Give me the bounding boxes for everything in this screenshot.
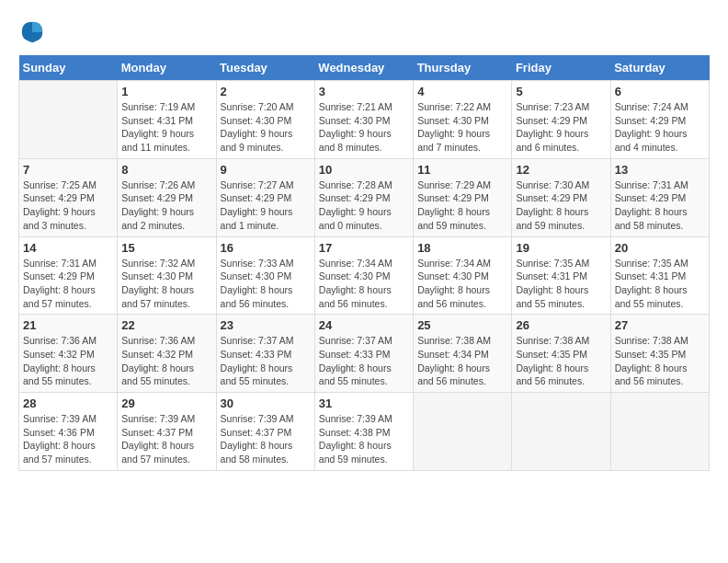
calendar-cell: 3Sunrise: 7:21 AMSunset: 4:30 PMDaylight… [314,81,413,159]
day-number: 30 [221,396,311,410]
day-number: 8 [121,163,211,177]
calendar-cell: 4Sunrise: 7:22 AMSunset: 4:30 PMDaylight… [414,81,512,159]
day-info: Sunrise: 7:22 AMSunset: 4:30 PMDaylight:… [417,100,507,155]
weekday-header-saturday: Saturday [610,55,709,81]
calendar-cell: 29Sunrise: 7:39 AMSunset: 4:37 PMDayligh… [118,393,216,471]
day-number: 17 [319,241,409,255]
day-number: 9 [221,163,311,177]
logo-icon [18,18,46,46]
calendar-cell: 16Sunrise: 7:33 AMSunset: 4:30 PMDayligh… [216,236,314,315]
day-number: 18 [417,241,507,255]
day-number: 11 [417,163,507,177]
calendar-cell: 8Sunrise: 7:26 AMSunset: 4:29 PMDaylight… [118,158,216,236]
day-number: 22 [121,318,211,332]
calendar-cell: 12Sunrise: 7:30 AMSunset: 4:29 PMDayligh… [512,158,610,236]
calendar-cell: 27Sunrise: 7:38 AMSunset: 4:35 PMDayligh… [610,315,709,393]
day-number: 10 [319,163,409,177]
calendar-cell: 22Sunrise: 7:36 AMSunset: 4:32 PMDayligh… [118,315,216,393]
weekday-header-wednesday: Wednesday [314,55,413,81]
day-info: Sunrise: 7:35 AMSunset: 4:31 PMDaylight:… [516,257,606,311]
day-info: Sunrise: 7:25 AMSunset: 4:29 PMDaylight:… [23,178,113,233]
calendar-cell: 19Sunrise: 7:35 AMSunset: 4:31 PMDayligh… [512,236,610,315]
weekday-header-thursday: Thursday [414,55,512,81]
day-number: 24 [319,318,409,332]
day-number: 14 [23,241,113,255]
calendar-cell: 1Sunrise: 7:19 AMSunset: 4:31 PMDaylight… [118,81,216,159]
calendar-week-4: 21Sunrise: 7:36 AMSunset: 4:32 PMDayligh… [19,315,710,393]
calendar-week-5: 28Sunrise: 7:39 AMSunset: 4:36 PMDayligh… [19,393,710,471]
day-info: Sunrise: 7:34 AMSunset: 4:30 PMDaylight:… [319,257,409,311]
calendar-cell: 2Sunrise: 7:20 AMSunset: 4:30 PMDaylight… [216,81,314,159]
calendar-cell [19,81,118,159]
day-info: Sunrise: 7:19 AMSunset: 4:31 PMDaylight:… [121,100,211,155]
day-info: Sunrise: 7:30 AMSunset: 4:29 PMDaylight:… [516,178,606,233]
day-info: Sunrise: 7:28 AMSunset: 4:29 PMDaylight:… [319,178,409,233]
day-info: Sunrise: 7:39 AMSunset: 4:37 PMDaylight:… [221,412,311,466]
day-number: 23 [221,318,311,332]
calendar-cell: 10Sunrise: 7:28 AMSunset: 4:29 PMDayligh… [314,158,413,236]
day-info: Sunrise: 7:20 AMSunset: 4:30 PMDaylight:… [221,100,311,155]
day-info: Sunrise: 7:34 AMSunset: 4:30 PMDaylight:… [417,257,507,311]
day-info: Sunrise: 7:24 AMSunset: 4:29 PMDaylight:… [615,100,705,155]
calendar-cell: 28Sunrise: 7:39 AMSunset: 4:36 PMDayligh… [19,393,118,471]
day-info: Sunrise: 7:27 AMSunset: 4:29 PMDaylight:… [221,178,311,233]
day-number: 7 [23,163,113,177]
calendar-cell: 26Sunrise: 7:38 AMSunset: 4:35 PMDayligh… [512,315,610,393]
weekday-header-sunday: Sunday [19,55,118,81]
calendar-cell: 21Sunrise: 7:36 AMSunset: 4:32 PMDayligh… [19,315,118,393]
day-number: 26 [516,318,606,332]
day-info: Sunrise: 7:21 AMSunset: 4:30 PMDaylight:… [319,100,409,155]
day-number: 16 [221,241,311,255]
weekday-header-monday: Monday [118,55,216,81]
calendar-cell: 24Sunrise: 7:37 AMSunset: 4:33 PMDayligh… [314,315,413,393]
day-number: 19 [516,241,606,255]
day-info: Sunrise: 7:36 AMSunset: 4:32 PMDaylight:… [121,334,211,388]
calendar-cell: 5Sunrise: 7:23 AMSunset: 4:29 PMDaylight… [512,81,610,159]
day-number: 12 [516,163,606,177]
calendar-week-2: 7Sunrise: 7:25 AMSunset: 4:29 PMDaylight… [19,158,710,236]
day-number: 28 [23,396,113,410]
calendar-cell: 31Sunrise: 7:39 AMSunset: 4:38 PMDayligh… [314,393,413,471]
header [18,18,710,46]
day-number: 5 [516,85,606,98]
page-container: SundayMondayTuesdayWednesdayThursdayFrid… [18,18,710,471]
calendar-week-1: 1Sunrise: 7:19 AMSunset: 4:31 PMDaylight… [19,81,710,159]
day-info: Sunrise: 7:38 AMSunset: 4:34 PMDaylight:… [417,334,507,388]
day-info: Sunrise: 7:39 AMSunset: 4:36 PMDaylight:… [23,412,113,466]
weekday-header-tuesday: Tuesday [216,55,314,81]
day-number: 2 [221,85,311,98]
day-info: Sunrise: 7:29 AMSunset: 4:29 PMDaylight:… [417,178,507,233]
day-number: 29 [121,396,211,410]
logo [18,18,50,46]
calendar-cell: 20Sunrise: 7:35 AMSunset: 4:31 PMDayligh… [610,236,709,315]
calendar-cell [610,393,709,471]
day-number: 13 [615,163,705,177]
day-number: 20 [615,241,705,255]
calendar-cell: 18Sunrise: 7:34 AMSunset: 4:30 PMDayligh… [414,236,512,315]
calendar-header-row: SundayMondayTuesdayWednesdayThursdayFrid… [19,55,710,81]
day-info: Sunrise: 7:23 AMSunset: 4:29 PMDaylight:… [516,100,606,155]
day-number: 6 [615,85,705,98]
calendar-cell [512,393,610,471]
day-number: 3 [319,85,409,98]
calendar-cell: 30Sunrise: 7:39 AMSunset: 4:37 PMDayligh… [216,393,314,471]
day-info: Sunrise: 7:39 AMSunset: 4:37 PMDaylight:… [121,412,211,466]
calendar-table: SundayMondayTuesdayWednesdayThursdayFrid… [18,55,710,471]
calendar-cell: 15Sunrise: 7:32 AMSunset: 4:30 PMDayligh… [118,236,216,315]
day-number: 27 [615,318,705,332]
day-number: 1 [121,85,211,98]
day-info: Sunrise: 7:36 AMSunset: 4:32 PMDaylight:… [23,334,113,388]
calendar-cell: 14Sunrise: 7:31 AMSunset: 4:29 PMDayligh… [19,236,118,315]
day-info: Sunrise: 7:38 AMSunset: 4:35 PMDaylight:… [516,334,606,388]
calendar-cell: 11Sunrise: 7:29 AMSunset: 4:29 PMDayligh… [414,158,512,236]
day-info: Sunrise: 7:32 AMSunset: 4:30 PMDaylight:… [121,257,211,311]
day-info: Sunrise: 7:37 AMSunset: 4:33 PMDaylight:… [221,334,311,388]
calendar-cell: 13Sunrise: 7:31 AMSunset: 4:29 PMDayligh… [610,158,709,236]
calendar-cell: 17Sunrise: 7:34 AMSunset: 4:30 PMDayligh… [314,236,413,315]
day-number: 21 [23,318,113,332]
day-info: Sunrise: 7:33 AMSunset: 4:30 PMDaylight:… [221,257,311,311]
calendar-cell: 9Sunrise: 7:27 AMSunset: 4:29 PMDaylight… [216,158,314,236]
day-number: 4 [417,85,507,98]
day-info: Sunrise: 7:26 AMSunset: 4:29 PMDaylight:… [121,178,211,233]
calendar-cell [414,393,512,471]
